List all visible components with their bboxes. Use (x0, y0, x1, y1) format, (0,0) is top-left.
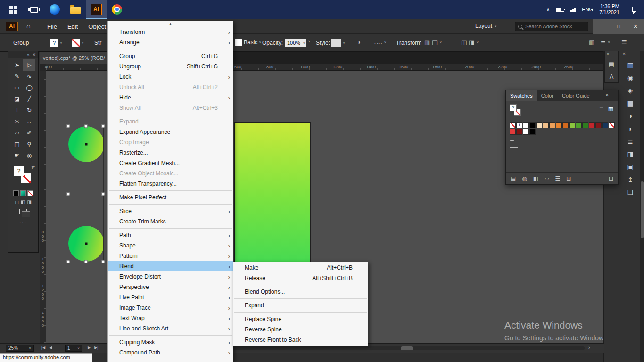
menu-item-lock[interactable]: Lock› (108, 72, 233, 82)
libraries-icon[interactable]: ▥ (620, 58, 640, 71)
selection-handle[interactable] (102, 125, 105, 128)
selection-handle[interactable] (102, 260, 105, 263)
network-icon[interactable] (570, 7, 576, 12)
dock-scrollbar[interactable] (640, 51, 644, 362)
color-swatch[interactable] (523, 122, 529, 128)
minimize-button[interactable]: — (593, 19, 610, 34)
arrange-icons[interactable]: ◫ ◨ ∨ (461, 39, 479, 46)
opacity-stepper-icon[interactable]: › (308, 39, 310, 44)
shaper-tool[interactable]: ▱ (11, 127, 23, 139)
swatch-kinds-icon[interactable]: ◧ (533, 175, 538, 182)
language-indicator[interactable]: ENG (582, 7, 593, 12)
list-view-icon[interactable]: ≣ (599, 105, 604, 112)
menu-item-expand-appearance[interactable]: Expand Appearance (108, 127, 233, 137)
menu-item-image-trace[interactable]: Image Trace› (108, 303, 233, 313)
character-icon[interactable]: A (605, 70, 618, 82)
artboard-number-field[interactable]: 1 ∨ (65, 345, 82, 352)
transparency-icon[interactable]: ◨ (620, 148, 640, 160)
color-swatch[interactable] (595, 122, 602, 128)
color-swatch[interactable] (523, 129, 529, 135)
color-icon[interactable]: ◉ (620, 71, 640, 84)
registration-swatch[interactable]: + (516, 122, 522, 128)
draw-normal-icon[interactable]: ◻ (15, 199, 18, 205)
collapse-dock-icon[interactable]: « (620, 51, 640, 58)
menu-item-arrange[interactable]: Arrange› (108, 37, 233, 48)
fill-color-dropdown[interactable]: ? ∨ (50, 39, 62, 47)
panel-menu-icon[interactable]: ≡ (612, 92, 615, 98)
menubar-edit[interactable]: Edit (67, 23, 78, 30)
ellipse-tool[interactable]: ◯ (23, 82, 35, 93)
swatch-libraries-icon[interactable]: ▤ (511, 175, 516, 182)
pencil-tool[interactable]: ✐ (23, 127, 35, 139)
menu-item-live-paint[interactable]: Live Paint› (108, 292, 233, 303)
menu-item-reverse-spine[interactable]: Reverse Spine (233, 324, 368, 335)
close-button[interactable]: ✕ (627, 19, 644, 34)
eraser-tool[interactable]: ◪ (11, 93, 23, 105)
shape-builder-tool[interactable]: ◫ (11, 139, 23, 150)
selection-handle[interactable] (67, 125, 70, 128)
selection-handle[interactable] (67, 260, 70, 263)
current-fill-swatch[interactable]: ? (510, 104, 517, 111)
taskbar-app-edge[interactable] (44, 0, 65, 19)
brush-definition-dropdown[interactable]: Basic ∨ (235, 39, 261, 46)
stock-search[interactable] (515, 22, 588, 31)
grid-view-icon[interactable]: ▦ (608, 105, 613, 112)
color-swatch[interactable] (556, 122, 562, 128)
menu-item-transform[interactable]: Transform› (108, 27, 233, 37)
maximize-button[interactable]: □ (610, 19, 627, 34)
action-center-icon[interactable] (632, 7, 639, 12)
menu-item-blend-options[interactable]: Blend Options... (233, 287, 368, 297)
eyedropper-tool[interactable]: ⚲ (23, 139, 35, 150)
close-panel-icon[interactable]: ✕ (32, 52, 36, 57)
pen-tool[interactable]: ✎ (11, 71, 23, 82)
none-swatch[interactable] (27, 190, 33, 196)
menubar-file[interactable]: File (47, 23, 57, 30)
stacking-icon[interactable]: ≣ ∨ (601, 39, 610, 46)
menu-item-text-wrap[interactable]: Text Wrap› (108, 313, 233, 323)
style-dropdown[interactable]: ∨ (331, 39, 345, 47)
gradient-rectangle-object[interactable] (234, 122, 311, 262)
selection-handle[interactable] (67, 192, 70, 196)
fill-unknown-swatch[interactable]: ? (14, 166, 24, 176)
direct-selection-tool[interactable]: ▷ (23, 59, 35, 71)
menu-item-path[interactable]: Path› (108, 230, 233, 240)
prev-artboard-button[interactable]: ◀ (49, 346, 52, 350)
zoom-tool[interactable]: ◎ (23, 150, 35, 161)
color-swatch[interactable] (589, 122, 595, 128)
edit-toolbar-icon[interactable]: ··· (8, 220, 38, 225)
home-icon[interactable]: ⌂ (26, 22, 30, 30)
menu-item-slice[interactable]: Slice› (108, 206, 233, 216)
type-tool[interactable]: T (11, 105, 23, 116)
menu-item-blend[interactable]: Blend› (108, 261, 233, 272)
scale-tool[interactable]: ↔ (23, 116, 35, 127)
artboards-icon[interactable]: ❏ (620, 186, 640, 198)
color-swatch[interactable] (543, 122, 549, 128)
color-swatch[interactable] (602, 122, 608, 128)
curvature-tool[interactable]: ∿ (23, 71, 35, 82)
scissors-tool[interactable]: ✂ (11, 116, 23, 127)
clock[interactable]: 1:36 PM 7/1/2021 (599, 3, 619, 16)
taskbar-app-start[interactable] (3, 0, 24, 19)
color-swatch[interactable] (536, 122, 542, 128)
tab-color[interactable]: Color (537, 90, 558, 101)
menu-item-perspective[interactable]: Perspective› (108, 282, 233, 292)
menu-item-flatten-transparency[interactable]: Flatten Transparency... (108, 179, 233, 189)
brushes-icon[interactable]: ◑ (620, 109, 640, 122)
menu-scroll-up-icon[interactable]: ▲ (108, 21, 233, 27)
collapse-panel-icon[interactable]: « (27, 52, 29, 57)
last-artboard-button[interactable]: ▶| (94, 346, 98, 350)
taskbar-app-illustrator[interactable] (86, 0, 107, 19)
menu-item-envelope-distort[interactable]: Envelope Distort› (108, 272, 233, 282)
menu-item-group[interactable]: GroupCtrl+G (108, 51, 233, 61)
more-options-icon[interactable]: ∷∷ ∨ (374, 39, 387, 46)
menu-item-shape[interactable]: Shape› (108, 240, 233, 251)
none-swatch[interactable] (609, 122, 615, 128)
rotate-tool[interactable]: ↻ (23, 105, 35, 116)
scroll-right-icon[interactable]: › (588, 345, 590, 350)
menu-item-compound-path[interactable]: Compound Path› (108, 347, 233, 358)
appearance-icon[interactable]: ▣ (620, 160, 640, 173)
selection-handle[interactable] (84, 260, 88, 263)
color-swatch[interactable] (529, 129, 536, 135)
draw-inside-icon[interactable]: ◨ (27, 199, 31, 205)
gradient-icon[interactable]: ◗ (620, 122, 640, 135)
